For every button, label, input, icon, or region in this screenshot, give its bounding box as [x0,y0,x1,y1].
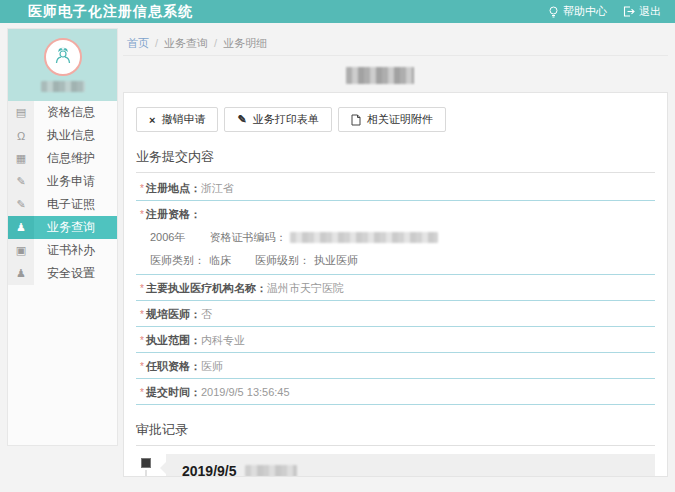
logout-icon [623,6,635,17]
sidebar-item-business-application[interactable]: ✎ 业务申请 [8,170,117,193]
card-arrow [160,462,166,474]
sidebar-menu: ▤ 资格信息 Ω 执业信息 ▦ 信息维护 ✎ 业务申请 ✎ 电子证照 ♟ 业务查… [8,101,117,285]
approval-record-card: 2019/9/5 ✔ 提交成功 [166,454,655,477]
doctor-icon [52,44,74,70]
doctor-type-value: 临床 [209,253,231,268]
breadcrumb-business-query[interactable]: 业务查询 [164,36,208,51]
doctor-level-label: 医师级别： [255,253,310,268]
user-profile [8,29,117,101]
breadcrumb-separator: / [155,37,158,49]
field-submit-time: * 提交时间： 2019/9/5 13:56:45 [136,379,655,405]
breadcrumb-home-link[interactable]: 首页 [127,36,149,51]
field-label: 主要执业医疗机构名称： [146,281,267,296]
sidebar-item-certificate-reissue[interactable]: ▣ 证书补办 [8,239,117,262]
sidebar-item-label: 执业信息 [34,124,117,147]
field-value: 2019/9/5 13:56:45 [201,386,290,398]
sidebar: ▤ 资格信息 Ω 执业信息 ▦ 信息维护 ✎ 业务申请 ✎ 电子证照 ♟ 业务查… [7,28,118,446]
required-asterisk: * [140,309,144,320]
pencil-icon: ✎ [237,113,246,126]
doctor-type-label: 医师类别： [150,253,205,268]
sidebar-item-business-query[interactable]: ♟ 业务查询 [8,216,117,239]
print-form-button[interactable]: ✎ 业务打印表单 [224,107,331,132]
sidebar-item-practice-info[interactable]: Ω 执业信息 [8,124,117,147]
field-label: 提交时间： [146,385,201,400]
doctor-level-value: 执业医师 [314,253,358,268]
timeline-marker [141,458,151,468]
cert-code-label: 资格证书编码： [209,230,286,245]
headset-icon: Ω [8,124,34,147]
field-label: 规培医师： [146,307,201,322]
redacted-approver [245,465,297,477]
qualification-cert-row: 2006年 资格证书编码： [136,226,655,249]
approval-record-date: 2019/9/5 [182,463,237,477]
page: 医师电子化注册信息系统 帮助中心 退出 [0,0,675,492]
redacted-user-name [41,81,85,92]
x-icon: × [149,114,155,126]
submission-section-title: 业务提交内容 [136,148,655,173]
field-label: 注册资格： [146,207,201,222]
field-standardized-training: * 规培医师： 否 [136,301,655,327]
sidebar-item-label: 安全设置 [34,262,117,285]
sidebar-item-electronic-certificate[interactable]: ✎ 电子证照 [8,193,117,216]
redacted-page-title [346,67,414,84]
field-label: 注册地点： [146,181,201,196]
help-center-label: 帮助中心 [563,4,607,19]
required-asterisk: * [140,209,144,220]
required-asterisk: * [140,283,144,294]
logout-link[interactable]: 退出 [623,4,661,19]
app-title: 医师电子化注册信息系统 [28,3,193,21]
required-asterisk: * [140,183,144,194]
related-attachments-button[interactable]: 相关证明附件 [338,107,446,132]
sidebar-item-label: 证书补办 [34,239,117,262]
field-position-qualification: * 任职资格： 医师 [136,353,655,379]
sidebar-item-info-maintenance[interactable]: ▦ 信息维护 [8,147,117,170]
field-registration-place: * 注册地点： 浙江省 [136,175,655,201]
avatar [44,38,82,76]
user-icon: ♟ [8,216,34,239]
sidebar-item-qualification-info[interactable]: ▤ 资格信息 [8,101,117,124]
document-icon: ▤ [8,101,34,124]
breadcrumb: 首页 / 业务查询 / 业务明细 [123,31,668,56]
certificate-icon: ✎ [8,193,34,216]
topbar-actions: 帮助中心 退出 [548,4,661,19]
field-label: 执业范围： [146,333,201,348]
approval-section-title: 审批记录 [136,421,655,446]
timeline-rail [140,454,152,477]
breadcrumb-separator: / [214,37,217,49]
approval-record-date-row: 2019/9/5 [182,463,643,477]
field-value: 否 [201,307,212,322]
approval-timeline: 2019/9/5 ✔ 提交成功 [136,454,655,477]
required-asterisk: * [140,335,144,346]
qualification-year: 2006年 [150,230,185,245]
sidebar-item-security-settings[interactable]: ♟ 安全设置 [8,262,117,285]
field-value: 浙江省 [201,181,234,196]
qualification-type-row: 医师类别： 临床 医师级别： 执业医师 [136,249,655,275]
main-panel: × 撤销申请 ✎ 业务打印表单 相关证明附件 业务提交内容 * 注册地点： 浙江… [123,92,668,477]
sidebar-item-label: 电子证照 [34,193,117,216]
button-label: 相关证明附件 [367,112,433,127]
field-registration-qualification: * 注册资格： [136,201,655,226]
sidebar-item-label: 业务申请 [34,170,117,193]
cancel-application-button[interactable]: × 撤销申请 [136,107,218,132]
field-practice-scope: * 执业范围： 内科专业 [136,327,655,353]
redacted-cert-code [290,232,438,243]
edit-icon: ✎ [8,170,34,193]
help-center-link[interactable]: 帮助中心 [548,4,607,19]
field-main-institution: * 主要执业医疗机构名称： 温州市天宁医院 [136,275,655,301]
button-label: 撤销申请 [161,112,205,127]
toolbar: × 撤销申请 ✎ 业务打印表单 相关证明附件 [136,107,655,132]
sidebar-item-label: 信息维护 [34,147,117,170]
required-asterisk: * [140,361,144,372]
breadcrumb-business-detail: 业务明细 [223,36,267,51]
user-shield-icon: ♟ [8,262,34,285]
image-icon: ▦ [8,147,34,170]
sidebar-item-label: 业务查询 [34,216,117,239]
required-asterisk: * [140,387,144,398]
save-icon: ▣ [8,239,34,262]
lightbulb-icon [548,6,559,18]
timeline-line [145,470,147,477]
field-value: 医师 [201,359,223,374]
file-icon [351,114,361,126]
top-header: 医师电子化注册信息系统 帮助中心 退出 [0,0,675,23]
logout-label: 退出 [639,4,661,19]
